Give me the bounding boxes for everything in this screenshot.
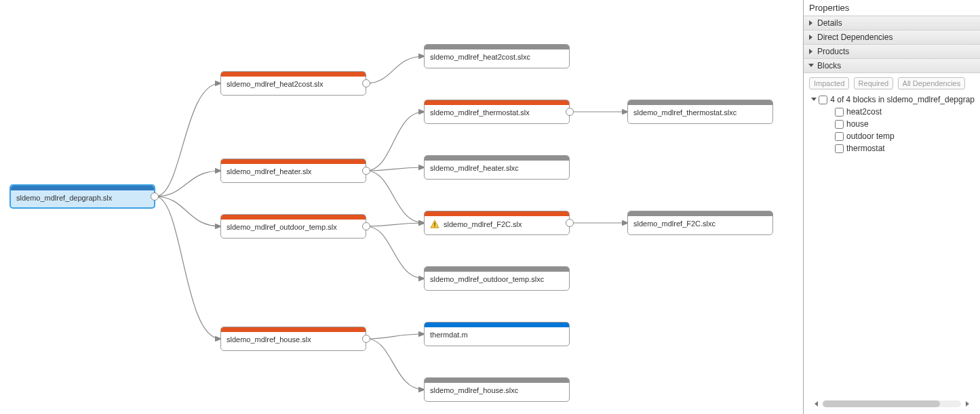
tree-root-label: 4 of 4 blocks in sldemo_mdlref_depgrap — [830, 95, 975, 104]
horizontal-scrollbar[interactable] — [809, 398, 975, 410]
section-label: Products — [817, 47, 849, 56]
svg-rect-1 — [434, 226, 435, 227]
chevron-right-icon — [808, 48, 815, 55]
tree-item-checkbox[interactable] — [835, 132, 844, 141]
node-output-port[interactable] — [151, 192, 159, 201]
tree-root-row[interactable]: 4 of 4 blocks in sldemo_mdlref_depgrap — [810, 94, 975, 106]
tree-item-checkbox[interactable] — [835, 108, 844, 117]
node-label: sldemo_mdlref_thermostat.slxc — [633, 108, 737, 117]
node-label: sldemo_mdlref_thermostat.slx — [430, 108, 530, 117]
tree-item-heat2cost[interactable]: heat2cost — [810, 106, 975, 118]
node-label: sldemo_mdlref_heat2cost.slxc — [430, 53, 530, 61]
tree-item-house[interactable]: house — [810, 118, 975, 130]
node-thermdat-m[interactable]: thermdat.m — [424, 322, 570, 346]
node-output-port[interactable] — [362, 335, 370, 343]
node-label: sldemo_mdlref_outdoor_temp.slxc — [430, 275, 544, 283]
node-outdoor-temp-slx[interactable]: sldemo_mdlref_outdoor_temp.slx — [220, 214, 366, 239]
chevron-down-icon — [808, 62, 815, 69]
chevron-right-icon[interactable] — [964, 400, 971, 407]
node-heat2cost-slx[interactable]: sldemo_mdlref_heat2cost.slx — [220, 71, 366, 96]
node-label: sldemo_mdlref_house.slx — [227, 335, 311, 344]
properties-panel: Properties Details Direct Dependencies P… — [803, 0, 980, 414]
warning-icon — [430, 220, 439, 229]
chevron-right-icon — [808, 34, 815, 41]
node-output-port[interactable] — [362, 167, 370, 175]
section-label: Direct Dependencies — [817, 33, 893, 42]
filter-all-dependencies-button[interactable]: All Dependencies — [898, 77, 966, 89]
blocks-section-body: Impacted Required All Dependencies 4 of … — [804, 73, 980, 414]
tree-item-label: outdoor temp — [846, 131, 895, 141]
node-label: sldemo_mdlref_heater.slx — [227, 167, 311, 175]
node-label: sldemo_mdlref_F2C.slxc — [633, 220, 716, 228]
node-thermostat-slx[interactable]: sldemo_mdlref_thermostat.slx — [424, 100, 570, 124]
tree-root-checkbox[interactable] — [819, 96, 827, 104]
scroll-track[interactable] — [823, 400, 961, 407]
dependency-graph-canvas[interactable]: sldemo_mdlref_depgraph.slx sldemo_mdlref… — [0, 0, 803, 414]
node-depgraph-slx[interactable]: sldemo_mdlref_depgraph.slx — [9, 184, 155, 209]
tree-item-outdoor-temp[interactable]: outdoor temp — [810, 130, 975, 142]
node-label: sldemo_mdlref_house.slxc — [430, 386, 518, 394]
section-label: Details — [817, 18, 842, 28]
filter-required-button[interactable]: Required — [854, 77, 894, 89]
panel-title: Properties — [804, 0, 980, 16]
section-products[interactable]: Products — [804, 45, 980, 59]
chevron-down-icon — [810, 97, 817, 102]
node-outdoor-temp-slxc[interactable]: sldemo_mdlref_outdoor_temp.slxc — [424, 266, 570, 291]
chevron-left-icon[interactable] — [813, 400, 820, 407]
node-thermostat-slxc[interactable]: sldemo_mdlref_thermostat.slxc — [627, 100, 773, 124]
section-label: Blocks — [817, 61, 841, 70]
node-house-slxc[interactable]: sldemo_mdlref_house.slxc — [424, 377, 570, 402]
chevron-right-icon — [808, 20, 815, 26]
node-output-port[interactable] — [566, 108, 574, 116]
node-output-port[interactable] — [362, 79, 370, 87]
tree-item-label: thermostat — [846, 144, 885, 153]
node-label: thermdat.m — [430, 331, 468, 339]
tree-item-label: house — [846, 119, 869, 129]
tree-item-label: heat2cost — [846, 107, 882, 117]
node-label: sldemo_mdlref_heater.slxc — [430, 164, 519, 172]
node-output-port[interactable] — [362, 222, 370, 230]
node-heater-slxc[interactable]: sldemo_mdlref_heater.slxc — [424, 155, 570, 180]
node-f2c-slxc[interactable]: sldemo_mdlref_F2C.slxc — [627, 211, 773, 235]
node-label: sldemo_mdlref_heat2cost.slx — [227, 80, 323, 88]
svg-rect-0 — [434, 222, 435, 225]
node-heat2cost-slxc[interactable]: sldemo_mdlref_heat2cost.slxc — [424, 44, 570, 68]
tree-item-checkbox[interactable] — [835, 120, 844, 129]
section-direct-dependencies[interactable]: Direct Dependencies — [804, 30, 980, 45]
node-heater-slx[interactable]: sldemo_mdlref_heater.slx — [220, 159, 366, 183]
node-label: sldemo_mdlref_outdoor_temp.slx — [227, 223, 337, 231]
blocks-tree: 4 of 4 blocks in sldemo_mdlref_depgrap h… — [809, 94, 975, 398]
node-label: sldemo_mdlref_depgraph.slx — [16, 194, 112, 202]
tree-item-thermostat[interactable]: thermostat — [810, 142, 975, 154]
filter-impacted-button[interactable]: Impacted — [809, 77, 849, 89]
node-label: sldemo_mdlref_F2C.slx — [444, 220, 522, 228]
node-f2c-slx[interactable]: sldemo_mdlref_F2C.slx — [424, 211, 570, 235]
section-blocks[interactable]: Blocks — [804, 59, 980, 73]
node-house-slx[interactable]: sldemo_mdlref_house.slx — [220, 327, 366, 351]
scroll-thumb[interactable] — [823, 400, 940, 407]
node-output-port[interactable] — [566, 219, 574, 227]
section-details[interactable]: Details — [804, 16, 980, 30]
tree-item-checkbox[interactable] — [835, 144, 844, 153]
